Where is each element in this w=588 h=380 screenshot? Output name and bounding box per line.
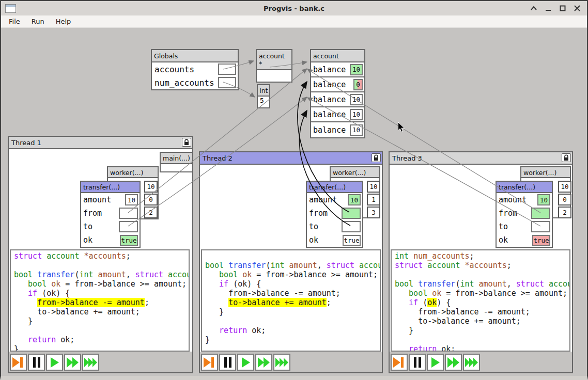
- var-name: to: [309, 222, 318, 231]
- play-button[interactable]: [237, 354, 254, 371]
- var-value-ok: true: [532, 235, 550, 246]
- var-row-ok: oktrue: [497, 233, 552, 247]
- pointer-cell: [218, 64, 236, 75]
- run-fast-button[interactable]: [82, 354, 99, 371]
- worker-frame-header: worker(...): [107, 166, 159, 178]
- fast-forward-button[interactable]: [445, 354, 462, 371]
- menu-run[interactable]: Run: [26, 16, 50, 27]
- var-name: to: [83, 222, 92, 231]
- lock-icon[interactable]: [562, 153, 571, 162]
- shade-button[interactable]: [529, 4, 538, 13]
- close-button[interactable]: [572, 4, 582, 13]
- worker-value-box: 10: [367, 181, 380, 193]
- step-to-end-button[interactable]: [201, 354, 218, 371]
- int-box: Int 5: [257, 84, 270, 108]
- thread-2-header[interactable]: Thread 2: [200, 152, 382, 165]
- worker-value-box: 1: [367, 194, 380, 205]
- menubar: File Run Help: [1, 15, 587, 28]
- worker-values: 1002: [144, 181, 158, 219]
- var-name: ok: [83, 235, 92, 245]
- global-name: accounts: [154, 65, 194, 74]
- transfer-vars: amount10fromtooktrue: [307, 193, 362, 247]
- lock-icon[interactable]: [182, 138, 191, 147]
- var-row-amount: amount10: [307, 193, 362, 207]
- fast-forward-icon: [447, 356, 460, 369]
- window-controls: [529, 4, 587, 13]
- var-row-amount: amount10: [497, 193, 552, 207]
- globals-header[interactable]: Globals: [152, 50, 238, 62]
- playback-controls: [390, 352, 572, 371]
- menu-file[interactable]: File: [3, 16, 26, 27]
- maximize-button[interactable]: [558, 4, 567, 13]
- code-line: int num_accounts;: [395, 251, 566, 261]
- worker-values: 1002: [558, 181, 571, 219]
- fast-forward-button[interactable]: [255, 354, 272, 371]
- pause-button[interactable]: [219, 354, 236, 371]
- progvis-window: Progvis - bank.c File Run Help Globals a…: [0, 0, 588, 380]
- balance-value: 10: [350, 109, 363, 120]
- balance-row: balance10: [311, 92, 364, 107]
- var-name: ok: [499, 235, 508, 245]
- var-value-to: [531, 221, 550, 232]
- thread-title: Thread 2: [203, 154, 233, 162]
- balance-label: balance: [313, 110, 346, 119]
- var-row-to: to: [497, 220, 552, 233]
- step-to-end-button[interactable]: [10, 354, 27, 371]
- playback-controls: [9, 352, 192, 371]
- main-frame: main(...): [160, 152, 193, 172]
- var-name: from: [83, 209, 102, 218]
- transfer-vars: amount10fromtooktrue: [497, 193, 552, 247]
- var-name: ok: [309, 235, 318, 245]
- thread-3-header[interactable]: Thread 3: [390, 152, 572, 165]
- account-header[interactable]: account: [311, 50, 364, 62]
- code-line: [14, 261, 185, 270]
- step-to-end-button[interactable]: [391, 354, 408, 371]
- code-line: [205, 316, 377, 326]
- play-button[interactable]: [427, 354, 444, 371]
- window-title: Progvis - bank.c: [1, 5, 587, 12]
- balance-value: 0: [353, 79, 363, 90]
- thread-title: Thread 3: [392, 154, 422, 162]
- run-fast-button[interactable]: [273, 354, 290, 371]
- thread-3-panel: Thread 3 worker(...) 1002 transfer(...) …: [389, 151, 573, 373]
- thread-1-header[interactable]: Thread 1: [9, 137, 192, 149]
- pause-icon: [411, 356, 424, 369]
- balance-row: balance0: [311, 77, 364, 92]
- pause-button[interactable]: [28, 354, 45, 371]
- run-fast-icon: [84, 356, 98, 369]
- code-line: bool ok = from->balance >= amount;: [14, 279, 185, 289]
- account-pointer-header[interactable]: account *: [257, 50, 291, 70]
- transfer-frame: transfer(...) amount10fromtooktrue: [496, 181, 553, 248]
- run-fast-button[interactable]: [463, 354, 480, 371]
- global-row-accounts: accounts: [152, 62, 238, 76]
- int-header[interactable]: Int: [258, 85, 269, 97]
- lock-icon[interactable]: [372, 153, 381, 162]
- transfer-frame: transfer(...) amount10fromtooktrue: [80, 181, 141, 248]
- titlebar[interactable]: Progvis - bank.c: [1, 1, 587, 15]
- minimize-button[interactable]: [544, 4, 553, 13]
- pause-button[interactable]: [409, 354, 426, 371]
- var-name: amount: [83, 195, 111, 204]
- menu-help[interactable]: Help: [50, 16, 77, 27]
- fast-forward-button[interactable]: [64, 354, 81, 371]
- var-name: from: [499, 209, 517, 218]
- worker-frame-header: worker(...): [330, 166, 380, 178]
- code-line: }: [395, 326, 566, 335]
- play-button[interactable]: [46, 354, 63, 371]
- worker-value-box: 2: [558, 207, 571, 218]
- code-line: return ok;: [14, 335, 185, 344]
- code-view: struct account *accounts; bool transfer(…: [10, 249, 190, 352]
- var-value-from: [531, 208, 550, 219]
- main-frame-header: main(...): [160, 152, 193, 164]
- account-struct-rows: balance10balance0balance10balance10balan…: [311, 62, 364, 137]
- step-to-end-icon: [203, 356, 216, 369]
- main-frame-body: [160, 164, 193, 172]
- fast-forward-icon: [66, 356, 79, 369]
- var-value-ok: true: [120, 235, 138, 246]
- chevron-up-icon: [530, 5, 537, 11]
- playback-footer: [9, 352, 192, 372]
- worker-value-box: 3: [367, 207, 380, 218]
- code-line: struct account *accounts;: [14, 251, 185, 261]
- balance-row: balance10: [311, 122, 364, 137]
- balance-value: 10: [350, 64, 363, 75]
